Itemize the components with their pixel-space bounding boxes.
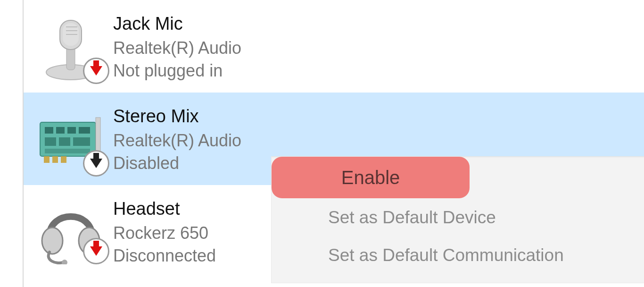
menu-item-set-default-device[interactable]: Set as Default Device — [272, 199, 644, 236]
device-driver: Realtek(R) Audio — [113, 129, 241, 152]
device-status: Disconnected — [113, 245, 216, 268]
arrow-down-black-icon — [90, 159, 102, 168]
svg-rect-17 — [44, 156, 50, 163]
device-name: Headset — [113, 198, 216, 220]
device-status: Disabled — [113, 152, 241, 175]
device-text: Headset Rockerz 650 Disconnected — [113, 194, 216, 268]
device-text: Jack Mic Realtek(R) Audio Not plugged in — [113, 8, 241, 83]
device-status: Not plugged in — [113, 59, 241, 83]
enable-highlight-label: Enable — [341, 167, 400, 188]
device-text: Stereo Mix Realtek(R) Audio Disabled — [113, 101, 241, 175]
status-badge-icon — [83, 238, 109, 264]
status-badge-icon — [83, 58, 109, 84]
svg-rect-19 — [61, 156, 66, 163]
svg-rect-14 — [59, 137, 70, 146]
status-badge-icon — [83, 150, 109, 177]
svg-point-22 — [62, 260, 67, 264]
svg-rect-15 — [73, 137, 90, 146]
svg-rect-18 — [52, 156, 58, 163]
device-name: Jack Mic — [113, 13, 241, 35]
microphone-icon — [28, 8, 113, 84]
svg-rect-13 — [45, 137, 56, 146]
device-name: Stereo Mix — [113, 106, 241, 127]
device-driver: Realtek(R) Audio — [113, 37, 241, 60]
menu-item-set-default-communication[interactable]: Set as Default Communication — [272, 236, 644, 274]
headset-icon — [28, 194, 113, 264]
svg-rect-9 — [45, 127, 53, 134]
svg-point-20 — [42, 228, 63, 254]
svg-rect-11 — [67, 127, 76, 134]
enable-highlight[interactable]: Enable — [272, 157, 470, 198]
arrow-down-red-icon — [90, 66, 102, 76]
svg-rect-12 — [79, 127, 90, 134]
device-driver: Rockerz 650 — [113, 222, 216, 245]
svg-rect-16 — [45, 149, 90, 153]
sound-card-icon — [28, 101, 113, 177]
arrow-down-red-icon — [90, 246, 102, 256]
device-row-jack-mic[interactable]: Jack Mic Realtek(R) Audio Not plugged in — [24, 0, 644, 93]
svg-rect-10 — [56, 127, 65, 134]
